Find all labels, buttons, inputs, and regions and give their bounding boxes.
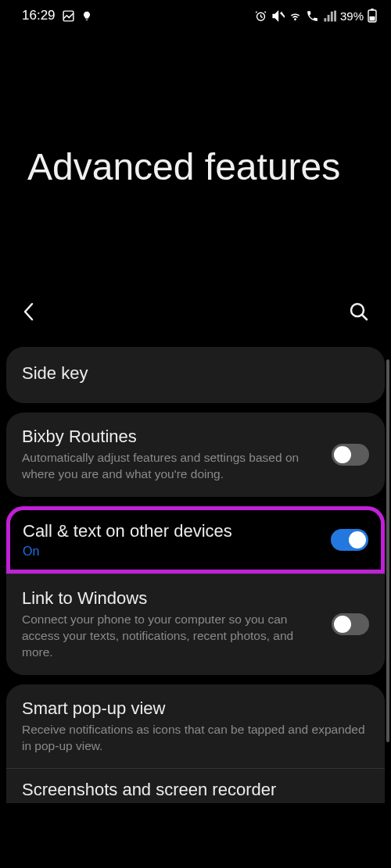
link-windows-toggle[interactable] — [332, 613, 369, 635]
mute-icon — [271, 9, 285, 23]
search-button[interactable] — [349, 302, 369, 325]
image-icon — [62, 9, 75, 23]
nav-bar — [0, 302, 391, 325]
wifi-calling-icon — [306, 9, 319, 23]
side-key-item[interactable]: Side key — [6, 347, 385, 403]
status-bar: 16:29 39% — [0, 0, 391, 28]
bixby-routines-item[interactable]: Bixby Routines Automatically adjust feat… — [6, 413, 385, 497]
link-windows-title: Link to Windows — [22, 588, 319, 609]
bixby-toggle[interactable] — [332, 444, 369, 466]
bulb-icon — [81, 9, 92, 23]
call-text-status: On — [23, 545, 318, 559]
call-text-title: Call & text on other devices — [23, 521, 318, 541]
link-windows-item[interactable]: Link to Windows Connect your phone to yo… — [6, 573, 385, 675]
bixby-title: Bixby Routines — [22, 427, 319, 447]
scrollbar[interactable] — [386, 359, 389, 742]
screenshots-title: Screenshots and screen recorder — [22, 780, 369, 800]
battery-icon — [368, 9, 377, 23]
screenshots-item[interactable]: Screenshots and screen recorder — [6, 768, 385, 803]
alarm-icon — [254, 9, 267, 23]
signal-icon — [323, 9, 336, 23]
svg-rect-4 — [370, 16, 375, 21]
status-time: 16:29 — [22, 8, 56, 23]
link-windows-description: Connect your phone to your computer so y… — [22, 612, 319, 661]
call-text-link-group: Call & text on other devices On Link to … — [6, 506, 385, 675]
page-title: Advanced features — [0, 28, 391, 188]
smart-popup-item[interactable]: Smart pop-up view Receive notifications … — [6, 684, 385, 769]
call-text-toggle[interactable] — [331, 529, 368, 551]
smart-popup-description: Receive notifications as icons that can … — [22, 722, 369, 755]
battery-percent: 39% — [340, 9, 364, 23]
wifi-icon — [289, 9, 302, 23]
svg-rect-3 — [371, 9, 374, 10]
call-text-item[interactable]: Call & text on other devices On — [6, 506, 385, 573]
settings-list: Side key Bixby Routines Automatically ad… — [0, 347, 391, 803]
svg-rect-0 — [63, 11, 74, 21]
back-button[interactable] — [22, 302, 34, 325]
smart-popup-title: Smart pop-up view — [22, 698, 369, 719]
side-key-title: Side key — [22, 363, 369, 384]
bixby-description: Automatically adjust features and settin… — [22, 450, 319, 483]
